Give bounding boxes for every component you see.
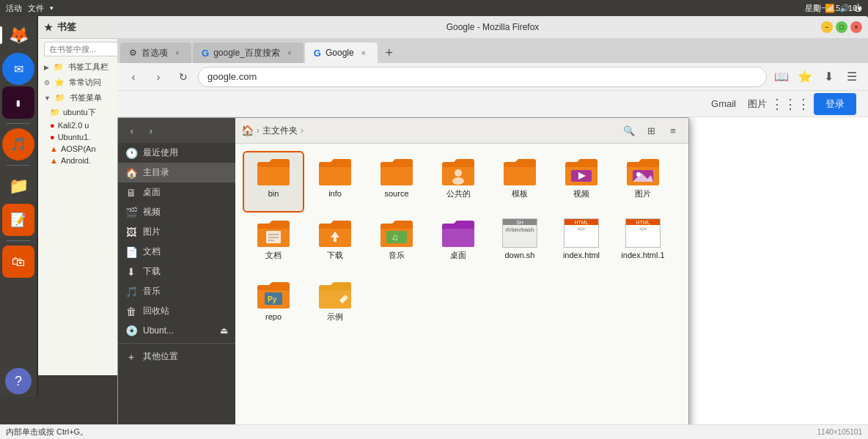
downloads-btn[interactable]: ⬇ [818,67,839,87]
videos-folder-icon [564,157,599,186]
fm-item-bin[interactable]: bin [244,152,303,211]
fm-item-music[interactable]: ♫ 音乐 [367,214,426,273]
fm-item-info[interactable]: info [306,152,364,211]
example-label: 示例 [327,312,343,322]
pictures-folder-icon [625,157,661,186]
activities-label[interactable]: 活动 [6,3,22,14]
bin-folder-icon [256,157,291,186]
home-label: 主目录 [143,166,169,179]
launcher-divider-2 [7,165,30,166]
forward-btn[interactable]: › [148,67,169,87]
fm-item-documents[interactable]: 文档 [244,214,303,273]
fm-item-templates[interactable]: 模板 [490,152,549,211]
desktop-sidebar-icon: 🖥 [125,187,137,199]
fm-path-title: 主文件夹 [262,125,298,137]
fm-item-index-html1[interactable]: HTML </> index.html.1 [614,214,672,273]
music-folder-icon: ♫ [379,218,414,248]
fm-item-pictures[interactable]: 图片 [614,152,672,211]
source-label: source [384,189,408,199]
docs-sidebar-icon: 📄 [125,246,137,258]
reload-btn[interactable]: ↻ [173,67,194,87]
pictures-label: 图片 [635,189,651,199]
fm-sidebar-music[interactable]: 🎵 音乐 [118,281,235,301]
menu-btn[interactable]: ☰ [842,67,862,87]
fm-path-home-icon: 🏠 [241,125,254,136]
fm-forward-btn[interactable]: › [143,122,159,139]
launcher-app-store[interactable]: 🛍 [2,246,34,278]
apps-btn[interactable]: ⋮⋮⋮ [779,92,802,116]
downloads-sidebar-icon: ⬇ [125,266,137,278]
kali-label: Kali2.0 u [58,121,89,130]
trash-sidebar-icon: 🗑 [125,306,137,317]
fm-sidebar-home[interactable]: 🏠 主目录 [118,163,235,182]
browser-window: Google - Mozilla Firefox − □ × ⚙ 首选项 × G… [117,16,868,439]
google-tab-close[interactable]: × [358,48,369,58]
tab-prefs[interactable]: ⚙ 首选项 × [120,43,191,63]
svg-point-1 [452,177,464,185]
fm-item-repo[interactable]: Py repo [244,276,303,334]
fm-item-source[interactable]: source [367,152,426,211]
fm-item-downloads[interactable]: 下载 [306,214,364,273]
fm-path-bar: 🏠 › 主文件夹 › [241,125,617,137]
fm-item-public[interactable]: 公共的 [429,152,488,211]
address-input[interactable] [198,67,767,87]
files-menu[interactable]: 文件 [28,3,44,14]
launcher-app-audio[interactable]: 🎵 [2,128,34,161]
fm-sidebar-desktop[interactable]: 🖥 桌面 [118,182,235,202]
user-name: 吴 [812,3,820,14]
reader-view-btn[interactable]: 📖 [771,67,792,87]
menu-label: 书签菜单 [70,92,102,103]
docs-sidebar-label: 文档 [143,246,161,258]
bookmarks-title: 书签 [57,21,76,34]
fm-view-btn[interactable]: ⊞ [641,121,661,140]
tabs-bar: ⚙ 首选项 × G google_百度搜索 × G Google × + [117,38,868,63]
launcher-app-terminal[interactable]: ▮ [2,86,34,119]
tab-google[interactable]: G Google × [305,43,378,63]
fm-sort-btn[interactable]: ≡ [663,121,683,140]
maximize-btn[interactable]: □ [836,21,847,33]
down-sh-label: down.sh [505,251,535,260]
launcher-app-email[interactable]: ✉ [2,53,34,85]
minimize-btn[interactable]: − [821,21,833,33]
baidu-tab-close[interactable]: × [284,48,295,58]
desktop-dir-label: 桌面 [450,251,466,260]
fm-sidebar-video[interactable]: 🎬 视频 [118,202,235,222]
prefs-tab-close[interactable]: × [172,48,183,58]
launcher-divider-1 [7,123,30,124]
gmail-link[interactable]: Gmail [711,98,736,109]
fm-sidebar-recent[interactable]: 🕐 最近使用 [118,143,235,163]
fm-sidebar-pictures[interactable]: 🖼 图片 [118,222,235,242]
fm-sidebar-downloads[interactable]: ⬇ 下载 [118,262,235,281]
fm-sidebar-trash[interactable]: 🗑 回收站 [118,301,235,321]
fm-sidebar-docs[interactable]: 📄 文档 [118,242,235,262]
fm-item-example[interactable]: 示例 [306,276,364,334]
recent-label: 最近使用 [143,147,178,159]
file-manager: ‹ › 🕐 最近使用 🏠 主目录 🖥 桌面 🎬 视频 [117,117,689,432]
fm-item-down-sh[interactable]: SH #!/bin/bash down.sh [490,214,549,273]
launcher-app-help[interactable]: ? [5,368,32,394]
launcher-app-document[interactable]: 📝 [2,204,34,236]
music-sidebar-label: 音乐 [143,285,161,298]
home-icon: 🏠 [125,167,137,179]
eject-icon[interactable]: ⏏ [220,325,228,336]
fm-item-desktop-dir[interactable]: 桌面 [429,214,488,273]
back-btn[interactable]: ‹ [123,67,144,87]
fm-back-btn[interactable]: ‹ [124,122,140,139]
bookmark-btn[interactable]: ⭐ [795,67,815,87]
launcher-app-firefox[interactable]: 🦊 [2,19,34,51]
downloads-sidebar-label: 下载 [143,265,161,278]
down-sh-icon: SH #!/bin/bash [502,218,537,248]
login-btn[interactable]: 登录 [814,93,856,115]
ubuntu1-icon: ● [50,133,55,141]
images-link[interactable]: 图片 [748,97,767,111]
close-btn[interactable]: × [850,21,862,33]
fm-sidebar-other[interactable]: + 其他位置 [118,347,235,366]
fm-sidebar-ubuntu[interactable]: 💿 Ubunt... ⏏ [118,321,235,340]
tab-baidu[interactable]: G google_百度搜索 × [193,43,304,63]
launcher-app-folder[interactable]: 📁 [2,170,34,202]
new-tab-btn[interactable]: + [379,43,400,63]
fm-item-index-html[interactable]: HTML </> index.html [552,214,611,273]
video-sidebar-icon: 🎬 [125,207,137,218]
fm-search-btn[interactable]: 🔍 [619,121,639,140]
fm-item-videos[interactable]: 视频 [552,152,611,211]
